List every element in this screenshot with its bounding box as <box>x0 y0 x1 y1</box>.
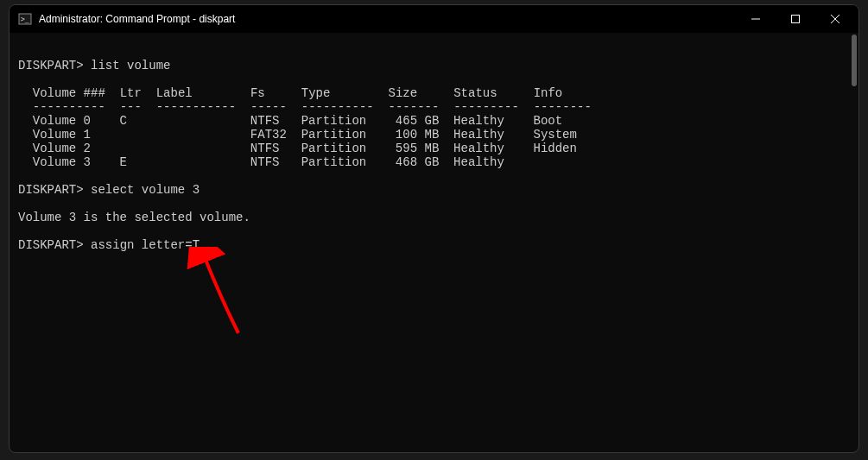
titlebar-left: >_ Administrator: Command Prompt - diskp… <box>18 12 235 26</box>
cursor <box>200 249 206 251</box>
minimize-button[interactable] <box>736 5 776 33</box>
maximize-button[interactable] <box>776 5 815 33</box>
scrollbar-thumb[interactable] <box>852 35 857 86</box>
response-text: Volume 3 is the selected volume. <box>18 211 250 224</box>
command-text: list volume <box>91 59 170 72</box>
table-rows: Volume 0 C NTFS Partition 465 GB Healthy… <box>18 114 577 169</box>
svg-text:>_: >_ <box>21 16 29 23</box>
terminal-output[interactable]: DISKPART> list volume Volume ### Ltr Lab… <box>10 33 858 452</box>
command-prompt-window: >_ Administrator: Command Prompt - diskp… <box>9 4 859 453</box>
svg-rect-3 <box>792 16 800 23</box>
close-button[interactable] <box>815 5 855 33</box>
table-separator: ---------- --- ----------- ----- -------… <box>33 100 592 114</box>
prompt: DISKPART> <box>18 59 84 72</box>
command-text: assign letter=T <box>91 238 200 252</box>
command-text: select volume 3 <box>91 183 200 197</box>
titlebar[interactable]: >_ Administrator: Command Prompt - diskp… <box>10 5 858 33</box>
window-title: Administrator: Command Prompt - diskpart <box>39 13 235 25</box>
prompt: DISKPART> <box>18 238 84 252</box>
table-header: Volume ### Ltr Label Fs Type Size Status… <box>33 86 562 100</box>
cmd-icon: >_ <box>18 12 32 26</box>
prompt: DISKPART> <box>18 183 84 197</box>
window-controls <box>736 5 855 33</box>
